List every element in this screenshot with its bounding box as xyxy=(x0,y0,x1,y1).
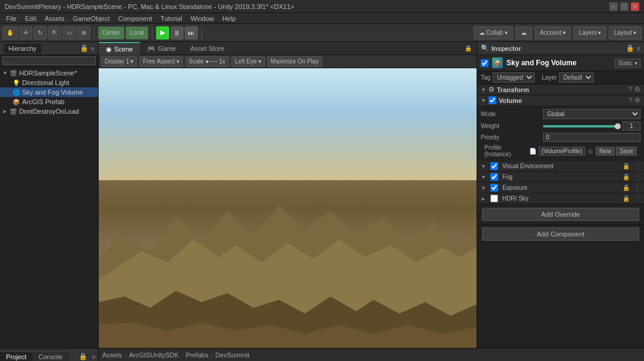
menu-item-edit[interactable]: Edit xyxy=(22,13,40,24)
fog-lock-icon[interactable]: 🔒 xyxy=(622,174,630,180)
pause-button[interactable]: ⏸ xyxy=(170,26,184,40)
menu-item-assets[interactable]: Assets xyxy=(41,13,68,24)
transform-header[interactable]: ▼ ⚙ Transform ? ⚙ xyxy=(477,84,644,95)
hdri-menu-icon[interactable]: ⋮ xyxy=(634,195,640,202)
exp-menu-icon[interactable]: ⋮ xyxy=(634,184,640,191)
ve-toggle[interactable] xyxy=(490,162,498,170)
layers-button[interactable]: Layers ▾ xyxy=(573,26,606,40)
exposure-item[interactable]: ▼ Exposure 🔒 ⋮ xyxy=(477,183,644,193)
center-panel: ◉ Scene 🎮 Game Asset Store 🔒 Display 1 ▾… xyxy=(99,42,477,348)
display-button[interactable]: Display 1 ▾ xyxy=(101,56,137,67)
static-badge[interactable]: Static ▾ xyxy=(615,59,640,68)
hierarchy-menu-icon[interactable]: ≡ xyxy=(91,45,94,52)
hier-item[interactable]: 🌐Sky and Fog Volume xyxy=(0,87,98,97)
volume-settings-icon[interactable]: ⚙ xyxy=(634,96,640,104)
ve-lock-icon[interactable]: 🔒 xyxy=(622,163,630,169)
hand-tool[interactable]: ✋ xyxy=(2,26,18,40)
transform-settings-icon[interactable]: ⚙ xyxy=(634,86,640,93)
maximize-button[interactable]: Maximize On Play xyxy=(267,56,323,67)
collab-button[interactable]: ☁ Collab ▾ xyxy=(474,26,513,40)
menu-item-tutorial[interactable]: Tutorial xyxy=(157,13,185,24)
aspect-button[interactable]: Free Aspect ▾ xyxy=(139,56,182,67)
local-button[interactable]: Local xyxy=(126,26,148,40)
hierarchy-tab[interactable]: Hierarchy xyxy=(4,44,41,53)
inspector-object-header: 📦 Sky and Fog Volume Static ▾ xyxy=(477,55,644,71)
visual-environment-item[interactable]: ▼ Visual Environment 🔒 ⋮ xyxy=(477,161,644,172)
tag-select[interactable]: Untagged xyxy=(493,72,535,83)
center-button[interactable]: Center xyxy=(98,26,124,40)
hier-item[interactable]: ▼🎬HDRSampleScene* xyxy=(0,68,98,78)
profile-value: (VolumeProfile) xyxy=(539,147,585,156)
inspector-icon: 🔍 xyxy=(481,44,489,52)
exp-toggle[interactable] xyxy=(490,184,498,192)
menu-item-gameobject[interactable]: GameObject xyxy=(69,13,114,24)
hierarchy-header: Hierarchy 🔒 ≡ xyxy=(0,42,98,55)
hdri-toggle[interactable] xyxy=(490,195,498,202)
ve-menu-icon[interactable]: ⋮ xyxy=(634,163,640,169)
step-button[interactable]: ⏭ xyxy=(185,26,198,40)
hier-item[interactable]: ►🎬DontDestroyOnLoad xyxy=(0,107,98,116)
breadcrumb-item[interactable]: Assets xyxy=(102,351,122,359)
cloud-button[interactable]: ☁ xyxy=(515,26,532,40)
hierarchy-lock-icon[interactable]: 🔒 xyxy=(80,44,88,52)
layout-button[interactable]: Layout ▾ xyxy=(609,26,642,40)
hierarchy-search[interactable] xyxy=(2,56,96,65)
tab-game[interactable]: 🎮 Game xyxy=(140,42,183,55)
layers-arrow-icon: ▾ xyxy=(598,29,601,36)
volume-enabled-toggle[interactable] xyxy=(489,96,496,104)
volume-question-icon[interactable]: ? xyxy=(628,96,632,104)
layer-select[interactable]: Default xyxy=(559,72,594,83)
rect-tool[interactable]: ▭ xyxy=(62,26,76,40)
transform-question-icon[interactable]: ? xyxy=(628,86,632,93)
priority-input[interactable] xyxy=(543,133,640,142)
fog-item[interactable]: ▼ Fog 🔒 ⋮ xyxy=(477,172,644,183)
hier-item[interactable]: 📦ArcGIS Prefab xyxy=(0,97,98,107)
menu-item-window[interactable]: Window xyxy=(187,13,218,24)
fog-toggle[interactable] xyxy=(490,173,498,181)
transform-tool[interactable]: ⊕ xyxy=(77,26,90,40)
hdri-lock-icon[interactable]: 🔒 xyxy=(622,195,630,202)
hier-item[interactable]: 💡Directional Light xyxy=(0,78,98,87)
inspector-lock-icon[interactable]: 🔒 xyxy=(626,44,634,52)
move-tool[interactable]: ✛ xyxy=(19,26,32,40)
scale-button[interactable]: Scale ●── 1x xyxy=(185,56,229,67)
minimize-button[interactable]: – xyxy=(609,2,618,11)
project-tab[interactable]: Project xyxy=(0,351,32,361)
volume-header[interactable]: ▼ Volume ? ⚙ xyxy=(477,95,644,105)
restore-button[interactable]: □ xyxy=(620,2,628,11)
weight-value: 1 xyxy=(622,122,640,131)
play-button[interactable]: ▶ xyxy=(156,26,169,40)
menu-item-help[interactable]: Help xyxy=(219,13,240,24)
add-component-button[interactable]: Add Component xyxy=(482,227,639,241)
rotate-tool[interactable]: ↻ xyxy=(33,26,47,40)
tab-asset-store[interactable]: Asset Store xyxy=(183,42,231,55)
scene-tab-icon: ◉ xyxy=(106,43,112,56)
bottom-menu-icon[interactable]: ≡ xyxy=(90,352,98,361)
eye-button[interactable]: Left Eye ▾ xyxy=(231,56,265,67)
fog-menu-icon[interactable]: ⋮ xyxy=(634,174,640,180)
bottom-lock-icon[interactable]: 🔒 xyxy=(77,351,90,361)
mode-select[interactable]: Global xyxy=(543,109,640,119)
hier-item-label: ArcGIS Prefab xyxy=(22,98,65,105)
window-controls: – □ ✕ xyxy=(609,2,639,11)
weight-slider[interactable] xyxy=(543,125,618,128)
close-button[interactable]: ✕ xyxy=(631,2,639,11)
toolbar: ✋ ✛ ↻ ⇱ ▭ ⊕ Center Local ▶ ⏸ ⏭ ☁ Collab … xyxy=(0,24,644,42)
profile-target-icon[interactable]: ◎ xyxy=(588,148,593,154)
add-override-button[interactable]: Add Override xyxy=(482,208,639,221)
inspector-menu-icon[interactable]: ≡ xyxy=(637,45,640,52)
console-tab[interactable]: Console xyxy=(32,351,68,361)
save-profile-button[interactable]: Save xyxy=(616,147,637,156)
account-button[interactable]: Account ▾ xyxy=(535,26,571,40)
hdri-sky-item[interactable]: ► HDRI Sky 🔒 ⋮ xyxy=(477,193,644,204)
menu-item-file[interactable]: File xyxy=(2,13,20,24)
breadcrumb-item[interactable]: DevSummit xyxy=(215,351,249,359)
menu-item-component[interactable]: Component xyxy=(114,13,155,24)
breadcrumb-item[interactable]: Prefabs xyxy=(186,351,209,359)
exp-lock-icon[interactable]: 🔒 xyxy=(622,184,630,191)
scale-tool[interactable]: ⇱ xyxy=(48,26,61,40)
new-profile-button[interactable]: New xyxy=(596,147,615,156)
obj-active-toggle[interactable] xyxy=(481,59,489,67)
tab-scene[interactable]: ◉ Scene xyxy=(99,42,140,55)
breadcrumb-item[interactable]: ArcGISUnitySDK xyxy=(129,351,179,359)
